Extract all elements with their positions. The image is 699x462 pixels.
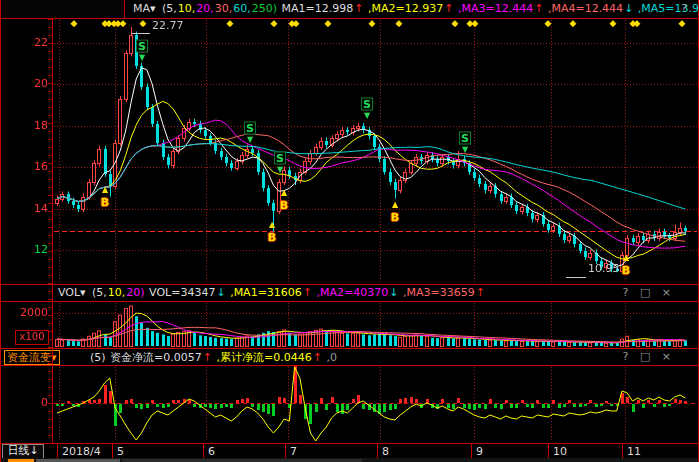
event-diamond-icon[interactable]: ◆ <box>472 19 479 28</box>
flow-zero-label: 0 <box>14 396 48 409</box>
price-axis-line <box>52 19 53 443</box>
readout-segment: 10, <box>178 2 196 15</box>
moneyflow-panel-header: 资金流变▾ (5) 资金净流=0.0057↑ ,累计净流=0.0446↑ ,0 … <box>0 348 699 366</box>
event-diamond-icon[interactable]: ◆ <box>570 19 577 28</box>
time-axis-tick <box>203 444 204 458</box>
time-axis-label: 7 <box>290 445 297 458</box>
time-axis-label: 8 <box>382 445 389 458</box>
time-axis-tick <box>471 444 472 458</box>
event-diamond-icon[interactable]: ◆ <box>140 19 147 28</box>
buy-arrow-icon: ▲ <box>269 221 275 229</box>
time-axis <box>0 443 699 458</box>
volume-chart[interactable] <box>0 302 699 348</box>
time-axis-tick <box>377 444 378 458</box>
event-diamond-icon[interactable]: ◆ <box>293 19 300 28</box>
buy-arrow-icon: ▲ <box>281 189 287 197</box>
readout-segment: VOL=34347 <box>146 286 216 299</box>
readout-segment: ↑ <box>534 2 543 15</box>
readout-segment: 250) <box>252 2 277 15</box>
frame-border-left <box>0 0 1 462</box>
readout-segment: ,MA2=40370 <box>313 286 388 299</box>
close-icon[interactable]: × <box>662 286 675 299</box>
help-icon[interactable]: ? <box>623 350 633 363</box>
readout-segment: 60, <box>233 2 251 15</box>
vol-dropdown-button[interactable]: VOL▾ <box>58 286 86 299</box>
buy-arrow-icon: ▲ <box>102 186 108 194</box>
ma-indicator-readout: (5,10,20,30,60,250) MA1=12.998↑ ,MA2=12.… <box>162 2 699 15</box>
candlestick-chart[interactable] <box>0 19 699 284</box>
ma-indicator-bar: MA▾ (5,10,20,30,60,250) MA1=12.998↑ ,MA2… <box>0 0 699 19</box>
readout-segment: ↑ <box>303 286 312 299</box>
readout-segment: ↑ <box>313 351 322 364</box>
sell-arrow-icon: ▼ <box>277 166 283 174</box>
event-diamond-icon[interactable]: ◆ <box>396 19 403 28</box>
volume-unit-label: x100 <box>15 330 49 345</box>
price-annotation: 10.95 <box>588 262 620 275</box>
readout-segment: ,0 <box>323 351 337 364</box>
event-diamond-icon[interactable]: ◆ <box>369 19 376 28</box>
sell-signal-marker: S <box>136 40 148 53</box>
restore-icon[interactable]: □ <box>640 286 654 299</box>
buy-signal-marker: B <box>101 197 109 208</box>
event-diamond-icon[interactable]: ◆ <box>452 19 459 28</box>
moneyflow-readout: (5) 资金净流=0.0057↑ ,累计净流=0.0446↑ ,0 <box>90 350 338 365</box>
readout-segment: 20, <box>196 2 214 15</box>
readout-segment: ,MA3=33659 <box>400 286 475 299</box>
price-axis-label: 14 <box>14 202 48 215</box>
buy-arrow-icon: ▲ <box>623 254 629 262</box>
time-axis-tick <box>548 444 549 458</box>
sell-signal-marker: S <box>274 152 286 165</box>
timeframe-button[interactable]: 日线↓ <box>2 444 44 459</box>
readout-segment: 30, <box>215 2 233 15</box>
price-annotation: 22.77 <box>152 19 184 32</box>
time-axis-label: 9 <box>476 445 483 458</box>
restore-icon[interactable]: □ <box>640 350 654 363</box>
price-axis-label: 12 <box>14 243 48 256</box>
readout-segment: ↑ <box>354 2 363 15</box>
time-axis-tick <box>285 444 286 458</box>
readout-segment: (5, <box>92 286 107 299</box>
volume-panel-header: VOL▾ (5,10,20) VOL=34347↓ ,MA1=31606↑ ,M… <box>0 284 699 302</box>
event-diamond-icon[interactable]: ◆ <box>610 19 617 28</box>
ma-dropdown-button[interactable]: MA▾ <box>133 2 156 15</box>
sell-arrow-icon: ▼ <box>364 112 370 120</box>
readout-segment: ↓ <box>624 2 633 15</box>
volume-axis-label: 2000 <box>14 306 48 319</box>
event-diamond-icon[interactable]: ◆ <box>679 19 686 28</box>
readout-segment: ↓ <box>389 286 398 299</box>
event-diamond-icon[interactable]: ◆ <box>634 19 641 28</box>
readout-segment: ↑ <box>203 351 212 364</box>
time-axis-tick <box>112 444 113 458</box>
event-diamond-icon[interactable]: ◆ <box>271 19 278 28</box>
event-diamond-icon[interactable]: ◆ <box>545 19 552 28</box>
help-icon[interactable]: ? <box>623 286 633 299</box>
readout-segment: MA1=12.998 <box>278 2 353 15</box>
readout-segment: ↑ <box>476 286 485 299</box>
flow-window-icons: ? □ × <box>623 350 675 363</box>
event-diamond-icon[interactable]: ◆ <box>325 19 332 28</box>
price-axis-label: 16 <box>14 160 48 173</box>
readout-segment: ,MA3=12.444 <box>454 2 533 15</box>
stock-chart-window: MA▾ (5,10,20,30,60,250) MA1=12.998↑ ,MA2… <box>0 0 699 462</box>
sell-signal-marker: S <box>459 132 471 145</box>
event-diamond-icon[interactable]: ◆ <box>120 19 127 28</box>
buy-arrow-icon: ▲ <box>392 201 398 209</box>
buy-signal-marker: B <box>622 265 630 276</box>
sell-arrow-icon: ▼ <box>247 136 253 144</box>
time-axis-label: 11 <box>627 445 641 458</box>
event-diamond-icon[interactable]: ◆ <box>227 19 234 28</box>
readout-segment: ,累计净流=0.0446 <box>213 351 312 364</box>
help-icon[interactable]: ? <box>681 2 691 15</box>
readout-segment: (5) <box>90 351 109 364</box>
moneyflow-chart[interactable] <box>0 366 699 443</box>
readout-segment: 资金净流=0.0057 <box>110 351 202 364</box>
buy-signal-marker: B <box>280 200 288 211</box>
price-axis-label: 22 <box>14 36 48 49</box>
buy-signal-marker: B <box>391 212 399 223</box>
time-axis-label: 2018/4 <box>62 445 101 458</box>
readout-segment: (5, <box>162 2 177 15</box>
readout-segment: 20) <box>126 286 144 299</box>
time-axis-tick <box>622 444 623 458</box>
event-diamond-icon[interactable]: ◆ <box>71 19 78 28</box>
close-icon[interactable]: × <box>662 350 675 363</box>
